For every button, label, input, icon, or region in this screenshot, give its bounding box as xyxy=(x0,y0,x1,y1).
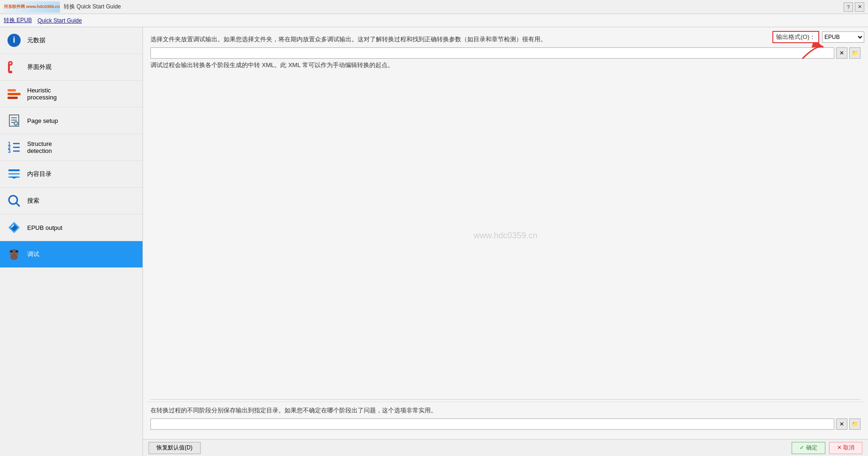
debug-content: 选择文件夹放置调试输出。如果您选择文件夹，将在期内放置众多调试输出。这对了解转换… xyxy=(143,27,868,439)
title-bar: 河东软件网 www.hdc0359.cn 转换 Quick Start Guid… xyxy=(0,0,868,14)
output-format-row: 输出格式(O)： EPUB MOBI PDF DOCX AZW3 xyxy=(772,31,864,43)
main-layout: i 元数据 界面外观 xyxy=(0,27,868,456)
content-area: 输出格式(O)： EPUB MOBI PDF DOCX AZW3 选择文件夹放置… xyxy=(143,27,868,456)
path-input-row: ✕ 📁 xyxy=(150,47,861,59)
toc-icon xyxy=(6,166,22,182)
section-output-folder: 选择文件夹放置调试输出。如果您选择文件夹，将在期内放置众多调试输出。这对了解转换… xyxy=(147,31,864,74)
debug-label: 调试 xyxy=(27,250,39,258)
toolbar-convert[interactable]: 转换 EPUB xyxy=(4,16,32,24)
svg-text:i: i xyxy=(13,35,15,45)
sidebar-item-struct[interactable]: 1 2 3 Structuredetection xyxy=(0,134,142,161)
sidebar-item-debug[interactable]: 调试 xyxy=(0,241,142,268)
debug-path-input[interactable] xyxy=(150,47,834,59)
sidebar-item-look[interactable]: 界面外观 xyxy=(0,54,142,81)
page-label: Page setup xyxy=(27,117,58,124)
output-format-select[interactable]: EPUB MOBI PDF DOCX AZW3 xyxy=(822,31,864,43)
sidebar-item-meta[interactable]: i 元数据 xyxy=(0,27,142,54)
window-title: 转换 Quick Start Guide xyxy=(64,3,121,11)
epub-label: EPUB output xyxy=(27,224,62,231)
output-format-label: 输出格式(O)： xyxy=(772,31,819,43)
svg-point-5 xyxy=(9,62,11,64)
red-arrow-annotation xyxy=(798,42,826,61)
meta-icon: i xyxy=(6,32,22,49)
svg-point-31 xyxy=(10,254,18,260)
toc-label: 内容目录 xyxy=(27,170,52,178)
svg-rect-21 xyxy=(8,169,20,171)
debug-output-area: www.hdc0359.cn xyxy=(150,74,861,398)
search-icon xyxy=(6,192,22,209)
heuristic-icon xyxy=(6,85,22,102)
section-stage-output: 在转换过程的不同阶段分别保存输出到指定目录。如果您不确定在哪个阶段出了问题，这个… xyxy=(147,402,864,435)
restore-defaults-button[interactable]: 恢复默认值(D) xyxy=(149,442,201,454)
bottom-bar: 恢复默认值(D) ✓ 确定 ✕ 取消 xyxy=(143,439,868,456)
bottom-left-actions: 恢复默认值(D) xyxy=(149,442,201,454)
struct-icon: 1 2 3 xyxy=(6,139,22,156)
debug-icon xyxy=(6,246,22,263)
section1-note: 调试过程会输出转换各个阶段生成的中转 XML。此 XML 常可以作为手动编辑转换… xyxy=(150,61,861,70)
svg-line-26 xyxy=(16,203,20,206)
toolbar: 转换 EPUB Quick Start Guide xyxy=(0,14,868,27)
window-controls: ? ✕ xyxy=(844,2,864,12)
svg-point-33 xyxy=(10,250,13,253)
stage-path-input[interactable] xyxy=(150,418,834,430)
look-icon xyxy=(6,59,22,76)
sidebar-item-heuristic[interactable]: Heuristicprocessing xyxy=(0,81,142,107)
sidebar: i 元数据 界面外观 xyxy=(0,27,143,456)
app-logo: 河东软件网 www.hdc0359.cn xyxy=(4,1,60,13)
svg-rect-22 xyxy=(8,173,20,175)
toolbar-quickstart[interactable]: Quick Start Guide xyxy=(37,17,82,24)
close-button[interactable]: ✕ xyxy=(855,2,864,12)
ok-button[interactable]: ✓ 确定 xyxy=(792,442,825,454)
svg-text:3: 3 xyxy=(8,149,11,154)
svg-rect-7 xyxy=(7,89,16,91)
section2-description: 在转换过程的不同阶段分别保存输出到指定目录。如果您不确定在哪个阶段出了问题，这个… xyxy=(150,406,861,416)
look-label: 界面外观 xyxy=(27,63,52,71)
sidebar-item-page[interactable]: Page setup xyxy=(0,107,142,134)
title-bar-left: 河东软件网 www.hdc0359.cn 转换 Quick Start Guid… xyxy=(4,1,121,13)
watermark: www.hdc0359.cn xyxy=(473,231,537,241)
sidebar-item-search[interactable]: 搜索 xyxy=(0,188,142,214)
svg-rect-6 xyxy=(7,93,21,95)
heuristic-label: Heuristicprocessing xyxy=(27,87,57,101)
page-icon xyxy=(6,112,22,129)
svg-point-34 xyxy=(15,250,18,253)
browse-path2-btn[interactable]: 📁 xyxy=(849,418,861,430)
search-label: 搜索 xyxy=(27,197,39,205)
bottom-right-actions: ✓ 确定 ✕ 取消 xyxy=(792,442,862,454)
help-button[interactable]: ? xyxy=(844,2,853,12)
sidebar-item-epub[interactable]: EPUB output xyxy=(0,214,142,241)
clear-path2-btn[interactable]: ✕ xyxy=(836,418,847,430)
cancel-button[interactable]: ✕ 取消 xyxy=(829,442,862,454)
meta-label: 元数据 xyxy=(27,36,45,45)
svg-rect-8 xyxy=(7,97,18,99)
sidebar-item-toc[interactable]: 内容目录 xyxy=(0,161,142,188)
epub-icon xyxy=(6,219,22,236)
path2-input-row: ✕ 📁 xyxy=(150,418,861,430)
browse-path-btn[interactable]: 📁 xyxy=(849,47,861,59)
section1-description: 选择文件夹放置调试输出。如果您选择文件夹，将在期内放置众多调试输出。这对了解转换… xyxy=(150,35,861,45)
struct-label: Structuredetection xyxy=(27,140,52,154)
section-divider xyxy=(150,399,861,400)
clear-path-btn[interactable]: ✕ xyxy=(836,47,847,59)
